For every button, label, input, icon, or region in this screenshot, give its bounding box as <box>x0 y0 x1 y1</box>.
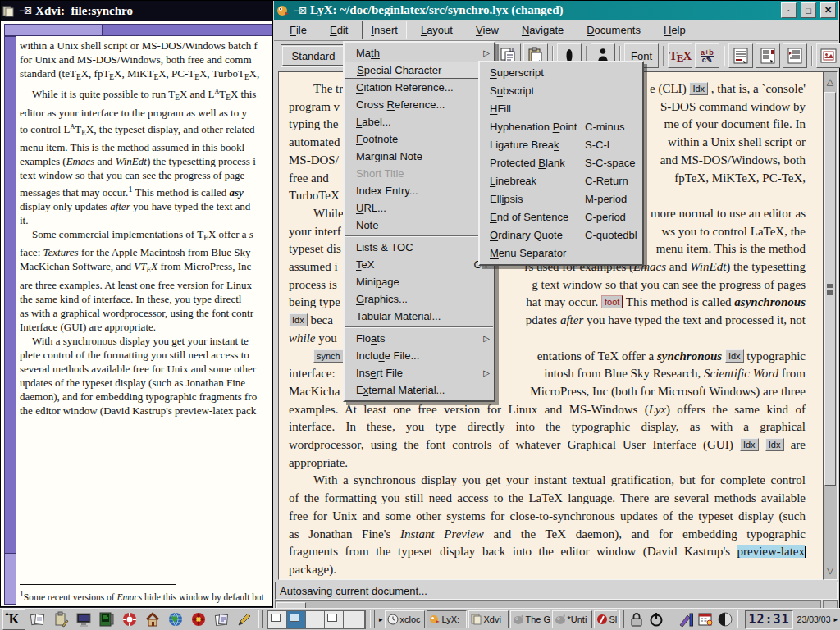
menu-item-hfill[interactable]: HFill <box>480 100 642 118</box>
panel-handle[interactable] <box>669 610 673 628</box>
desktop-icon[interactable] <box>73 610 94 629</box>
menu-item-math[interactable]: Math▷ <box>345 44 494 62</box>
scroll-down-arrow-icon[interactable]: ▽ <box>824 563 837 578</box>
task-scroll-arrow-icon[interactable]: ▸ <box>379 615 383 623</box>
menu-item-include-file[interactable]: Include File... <box>345 347 494 364</box>
menu-item-external-material[interactable]: External Material... <box>345 381 494 399</box>
window-pin-icon[interactable]: −⊠ <box>19 5 31 16</box>
panel-handle[interactable] <box>370 610 375 628</box>
footnote-icon[interactable] <box>728 43 753 68</box>
menu-item-tabular-material[interactable]: Tabular Material... <box>345 308 494 325</box>
lyx-vscroll-thumb[interactable] <box>824 92 836 486</box>
menu-item-citation-reference[interactable]: Citation Reference... <box>345 79 494 96</box>
menu-item-marginal-note[interactable]: Marginal Note <box>345 148 494 165</box>
menu-item-menu-separator[interactable]: Menu Separator <box>480 244 642 262</box>
calendar-icon[interactable] <box>696 610 715 629</box>
menu-item-floats[interactable]: Floats▷ <box>345 330 494 347</box>
desktop-pager[interactable] <box>267 610 366 629</box>
depth-icon[interactable] <box>783 43 807 68</box>
k-menu-button[interactable]: ▲K <box>2 609 25 630</box>
pager-desktop-2[interactable] <box>287 611 306 628</box>
scroll-up-arrow-icon[interactable]: △ <box>824 74 837 89</box>
xdvi-vertical-scrollbar[interactable] <box>4 36 16 605</box>
menu-item-hyphenation-point[interactable]: Hyphenation PointC-minus <box>480 118 642 136</box>
minimize-button[interactable]: · <box>781 2 797 18</box>
globe-icon[interactable] <box>165 610 186 629</box>
menu-item-insert-file[interactable]: Insert File▷ <box>345 364 494 381</box>
power-icon[interactable] <box>646 610 666 629</box>
menubar-item-help[interactable]: Help <box>655 21 695 39</box>
menu-item-graphics[interactable]: Graphics... <box>345 290 494 308</box>
menubar-item-edit[interactable]: Edit <box>321 21 357 39</box>
panel-handle[interactable] <box>737 610 742 628</box>
menu-item-ellipsis[interactable]: EllipsisM-period <box>480 190 642 208</box>
klipper-icon[interactable] <box>50 610 71 629</box>
xdvi-titlebar[interactable]: −⊠ Xdvi: file:synchro <box>1 1 274 21</box>
math-panel-icon[interactable]: a+bc✎ <box>695 43 719 68</box>
menu-item-cross-reference[interactable]: Cross Reference... <box>345 96 494 113</box>
menu-item-footnote[interactable]: Footnote <box>345 130 494 148</box>
menu-item-url[interactable]: URL... <box>345 199 494 217</box>
pager-desktop-1[interactable] <box>268 611 287 628</box>
task-button-theg[interactable]: The G <box>510 610 550 628</box>
kde-icon[interactable] <box>188 610 209 629</box>
panel-clock[interactable]: 12:31 <box>745 610 792 629</box>
menubar-item-layout[interactable]: Layout <box>412 21 462 39</box>
task-button-xdvi[interactable]: Xdvi <box>468 610 509 628</box>
xdvi-vscroll-thumb[interactable] <box>5 37 16 554</box>
panel-hide-arrow-icon[interactable]: ▸ <box>833 615 838 623</box>
close-button[interactable]: ✕ <box>820 2 836 18</box>
lock-icon[interactable] <box>627 610 646 629</box>
task-button-unti[interactable]: *Unti <box>552 610 592 628</box>
pager-desktop-4[interactable] <box>325 611 344 628</box>
documents-icon[interactable] <box>211 610 232 629</box>
menubar-item-documents[interactable]: Documents <box>578 21 650 39</box>
menu-item-protected-blank[interactable]: Protected BlankS-C-space <box>480 154 642 172</box>
task-button-xcloc[interactable]: xcloc <box>385 610 425 628</box>
pen-icon[interactable] <box>234 610 255 629</box>
menubar-item-insert[interactable]: Insert <box>362 21 407 39</box>
brush-icon[interactable] <box>676 610 696 629</box>
menu-item-special-character[interactable]: Special Character <box>345 62 494 79</box>
lyx-vertical-scrollbar[interactable]: △ ▽ <box>823 71 838 580</box>
window-list-icon[interactable] <box>27 610 48 629</box>
menu-item-linebreak[interactable]: LinebreakC-Return <box>480 172 642 190</box>
tex-mode-icon[interactable]: TEX <box>668 43 692 68</box>
menu-item-ordinary-quote[interactable]: Ordinary QuoteC-quotedbl <box>480 226 642 244</box>
pager-mini-cell[interactable] <box>344 611 354 628</box>
xdvi-horizontal-scrollbar[interactable] <box>4 24 274 36</box>
task-button-lyx[interactable]: LyX: <box>427 610 467 628</box>
menubar-item-view[interactable]: View <box>467 21 508 39</box>
panel-handle[interactable] <box>619 610 624 628</box>
maximize-button[interactable]: □ <box>801 2 816 18</box>
lyx-titlebar[interactable]: −⊠ LyX: ~/doc/beginlatex/src/synchro.lyx… <box>274 1 838 20</box>
figure-icon[interactable] <box>816 43 840 68</box>
task-button-slas[interactable]: Slas <box>594 610 618 628</box>
menu-item-superscript[interactable]: Superscript <box>480 64 642 82</box>
xdvi-page-view[interactable]: within a Unix shell script or MS-DOS/Win… <box>16 36 274 605</box>
xdvi-hscroll-thumb[interactable] <box>102 25 273 35</box>
panel-handle[interactable] <box>258 610 263 628</box>
menu-item-label[interactable]: Label... <box>345 113 494 130</box>
konsole-icon[interactable] <box>96 610 117 629</box>
moon-icon[interactable] <box>715 610 735 629</box>
window-pin-icon[interactable]: −⊠ <box>294 5 306 16</box>
menubar-item-navigate[interactable]: Navigate <box>513 21 573 39</box>
menu-item-end-of-sentence[interactable]: End of SentenceC-period <box>480 208 642 226</box>
menu-item-lists-toc[interactable]: Lists & TOC <box>345 239 494 256</box>
margin-note-icon[interactable] <box>756 43 780 68</box>
help-icon[interactable] <box>119 610 140 629</box>
submenu-arrow-icon: ▷ <box>483 44 490 62</box>
paragraph-style-selector[interactable]: Standard <box>282 46 345 66</box>
menu-item-tex[interactable]: TeXC-l <box>345 256 494 273</box>
pager-mini-cell[interactable] <box>354 611 365 628</box>
menu-item-minipage[interactable]: Minipage <box>345 273 494 290</box>
menubar-item-file[interactable]: File <box>281 21 316 39</box>
menu-item-subscript[interactable]: Subscript <box>480 82 642 100</box>
pager-desktop-3[interactable] <box>306 611 325 628</box>
home-icon[interactable] <box>142 610 163 629</box>
menu-item-index-entry[interactable]: Index Entry... <box>345 182 494 199</box>
panel-date[interactable]: 23/03/03 <box>797 614 831 624</box>
menu-item-ligature-break[interactable]: Ligature BreakS-C-L <box>480 136 642 154</box>
menu-item-note[interactable]: Note <box>345 217 494 234</box>
